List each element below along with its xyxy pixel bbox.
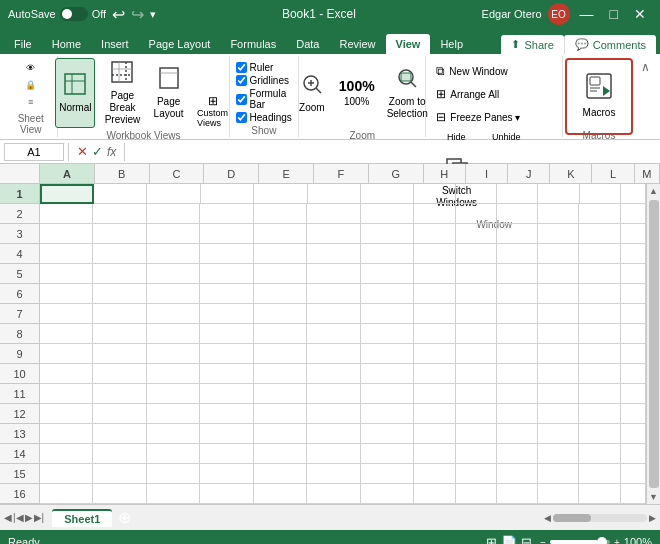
cell-i2[interactable]: [456, 204, 497, 224]
hscroll-track[interactable]: [553, 514, 647, 522]
row-num-16[interactable]: 16: [0, 484, 39, 504]
hide-button[interactable]: Hide: [432, 129, 480, 145]
cell-l3[interactable]: [579, 224, 620, 244]
unhide-button[interactable]: Unhide: [481, 129, 531, 145]
freeze-panes-button[interactable]: ⊟ Freeze Panes ▾: [432, 106, 532, 128]
cell-a9[interactable]: [40, 344, 93, 364]
gridlines-checkbox-label[interactable]: Gridlines: [236, 75, 293, 86]
hscroll-thumb[interactable]: [553, 514, 591, 522]
formula-input[interactable]: [129, 146, 656, 158]
cell-l2[interactable]: [579, 204, 620, 224]
minimize-button[interactable]: —: [574, 4, 600, 24]
cell-f2[interactable]: [307, 204, 360, 224]
cell-c3[interactable]: [147, 224, 200, 244]
tab-insert[interactable]: Insert: [91, 34, 139, 54]
scroll-down-button[interactable]: ▼: [647, 490, 660, 504]
cell-c1[interactable]: [147, 184, 200, 204]
cell-h3[interactable]: [414, 224, 455, 244]
sheet-scroll-first-button[interactable]: |◀: [13, 512, 24, 523]
cell-m3[interactable]: [621, 224, 646, 244]
page-break-preview-button[interactable]: Page BreakPreview: [99, 58, 145, 128]
tab-review[interactable]: Review: [329, 34, 385, 54]
row-num-12[interactable]: 12: [0, 404, 39, 424]
tab-share[interactable]: ⬆ Share: [501, 35, 563, 54]
cell-e3[interactable]: [254, 224, 307, 244]
cell-a7[interactable]: [40, 304, 93, 324]
cell-a16[interactable]: [40, 484, 93, 504]
sheet-view-btn3[interactable]: ≡: [12, 94, 50, 110]
cell-m2[interactable]: [621, 204, 646, 224]
zoom-button[interactable]: Zoom: [293, 58, 331, 128]
cell-a1[interactable]: [40, 184, 94, 204]
zoom-100-button[interactable]: 100% 100%: [335, 58, 379, 128]
cell-j3[interactable]: [497, 224, 538, 244]
arrange-all-button[interactable]: ⊞ Arrange All: [432, 83, 532, 105]
formula-fx-button[interactable]: fx: [107, 145, 116, 159]
close-button[interactable]: ✕: [628, 4, 652, 24]
cell-g3[interactable]: [361, 224, 414, 244]
normal-view-status-button[interactable]: ⊞: [486, 535, 497, 545]
cell-m1[interactable]: [621, 184, 646, 204]
col-header-h[interactable]: H: [424, 164, 466, 183]
cell-a8[interactable]: [40, 324, 93, 344]
col-header-f[interactable]: F: [314, 164, 369, 183]
page-layout-view-button[interactable]: PageLayout: [150, 58, 188, 128]
row-num-7[interactable]: 7: [0, 304, 39, 324]
horizontal-scrollbar[interactable]: ◀ ▶: [540, 513, 660, 523]
undo-icon[interactable]: ↩: [112, 5, 125, 24]
sheet-view-btn2[interactable]: 🔒: [12, 77, 50, 93]
cell-i1[interactable]: [456, 184, 497, 204]
row-num-11[interactable]: 11: [0, 384, 39, 404]
cell-a15[interactable]: [40, 464, 93, 484]
page-break-status-button[interactable]: ⊟: [521, 535, 532, 545]
cell-b1[interactable]: [94, 184, 147, 204]
tab-data[interactable]: Data: [286, 34, 329, 54]
scroll-up-button[interactable]: ▲: [647, 184, 660, 198]
add-sheet-button[interactable]: ⊕: [114, 508, 135, 527]
col-header-m[interactable]: M: [635, 164, 660, 183]
page-layout-status-button[interactable]: 📄: [501, 535, 517, 545]
cell-h1[interactable]: [414, 184, 455, 204]
cell-h2[interactable]: [414, 204, 455, 224]
tab-home[interactable]: Home: [42, 34, 91, 54]
scroll-thumb[interactable]: [649, 200, 659, 488]
normal-view-button[interactable]: Normal: [55, 58, 95, 128]
col-header-l[interactable]: L: [592, 164, 634, 183]
maximize-button[interactable]: □: [604, 4, 624, 24]
autosave-toggle[interactable]: [60, 7, 88, 21]
cell-j1[interactable]: [497, 184, 538, 204]
tab-view[interactable]: View: [386, 34, 431, 54]
cell-f3[interactable]: [307, 224, 360, 244]
row-num-9[interactable]: 9: [0, 344, 39, 364]
cell-a6[interactable]: [40, 284, 93, 304]
macros-button[interactable]: Macros: [571, 62, 627, 128]
row-num-13[interactable]: 13: [0, 424, 39, 444]
name-box[interactable]: [4, 143, 64, 161]
headings-checkbox[interactable]: [236, 112, 247, 123]
collapse-ribbon-button[interactable]: ∧: [637, 58, 654, 76]
sheet-view-btn1[interactable]: 👁: [12, 60, 50, 76]
formula-bar-checkbox[interactable]: [236, 94, 247, 105]
cell-a4[interactable]: [40, 244, 93, 264]
headings-checkbox-label[interactable]: Headings: [236, 112, 293, 123]
cell-d1[interactable]: [201, 184, 254, 204]
sheet-scroll-right-button[interactable]: ▶: [25, 512, 33, 523]
zoom-slider[interactable]: [550, 540, 610, 544]
formula-bar-checkbox-label[interactable]: Formula Bar: [236, 88, 293, 110]
sheet-scroll-left-button[interactable]: ◀: [4, 512, 12, 523]
quick-access-more[interactable]: ▾: [150, 8, 156, 21]
cell-a5[interactable]: [40, 264, 93, 284]
ruler-checkbox[interactable]: [236, 62, 247, 73]
gridlines-checkbox[interactable]: [236, 75, 247, 86]
sheet-scroll-last-button[interactable]: ▶|: [34, 512, 45, 523]
scroll-right-button-h[interactable]: ▶: [649, 513, 656, 523]
cell-k1[interactable]: [538, 184, 579, 204]
cell-a12[interactable]: [40, 404, 93, 424]
row-num-15[interactable]: 15: [0, 464, 39, 484]
zoom-selection-button[interactable]: Zoom toSelection: [383, 58, 432, 128]
row-num-6[interactable]: 6: [0, 284, 39, 304]
tab-file[interactable]: File: [4, 34, 42, 54]
tab-page-layout[interactable]: Page Layout: [139, 34, 221, 54]
col-header-b[interactable]: B: [95, 164, 150, 183]
cell-b3[interactable]: [93, 224, 146, 244]
